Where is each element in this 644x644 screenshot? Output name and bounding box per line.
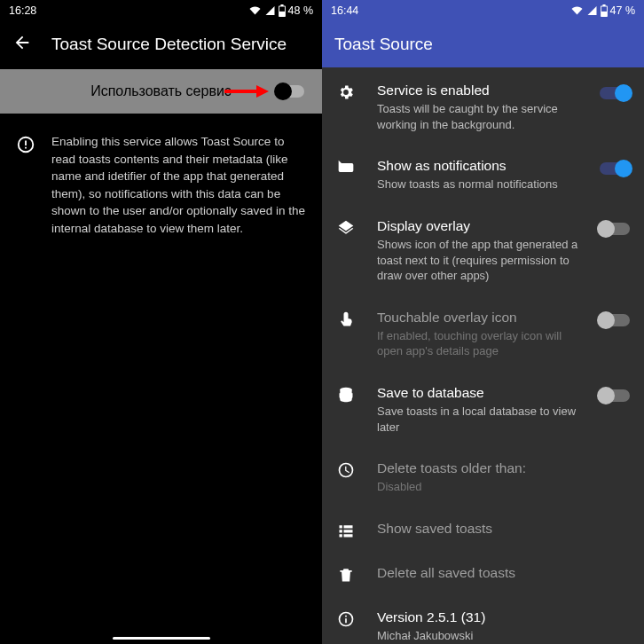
status-battery-text: 48 % — [288, 4, 314, 17]
setting-subtitle: Show toasts as normal notifications — [377, 177, 578, 192]
back-arrow-icon[interactable] — [12, 33, 32, 57]
setting-subtitle: Shows icon of the app that generated a t… — [377, 237, 578, 284]
setting-show-notifications[interactable]: Show as notifications Show toasts as nor… — [322, 145, 644, 205]
list-icon — [336, 520, 356, 539]
wifi-icon — [570, 5, 584, 16]
status-battery-text: 47 % — [610, 4, 636, 17]
wifi-icon — [248, 5, 262, 16]
setting-service-enabled[interactable]: Service is enabled Toasts will be caught… — [322, 69, 644, 145]
app-bar-title: Toast Source — [334, 35, 433, 54]
app-bar-title: Toast Source Detection Service — [51, 35, 287, 54]
app-bar: Toast Source Detection Service — [0, 21, 322, 67]
signal-icon — [264, 5, 276, 16]
setting-title: Version 2.5.1 (31) — [377, 609, 630, 626]
setting-save-database[interactable]: Save to database Save toasts in a local … — [322, 372, 644, 447]
setting-title: Display overlay — [377, 217, 578, 235]
overlay-switch[interactable] — [600, 223, 630, 235]
save-switch[interactable] — [600, 389, 630, 402]
setting-title: Show saved toasts — [377, 520, 630, 538]
setting-title: Save to database — [377, 384, 578, 402]
setting-touchable-overlay[interactable]: Touchable overlay icon If enabled, touch… — [322, 296, 644, 372]
app-bar: Toast Source — [322, 21, 644, 67]
status-right-cluster: 47 % — [570, 4, 636, 17]
notifications-switch[interactable] — [600, 162, 630, 175]
status-bar: 16:28 48 % — [0, 0, 322, 21]
signal-icon — [586, 5, 598, 16]
touchable-switch[interactable] — [600, 314, 630, 326]
layers-icon — [336, 217, 356, 237]
right-phone: 16:44 47 % Toast Source Service is enabl… — [322, 0, 644, 644]
use-service-switch[interactable] — [276, 85, 304, 98]
left-phone: 16:28 48 % Toast Source Detection Servic… — [0, 0, 322, 644]
status-time: 16:28 — [9, 4, 36, 17]
setting-title: Delete toasts older than: — [377, 459, 630, 477]
touch-icon — [336, 309, 356, 328]
svg-marker-2 — [256, 85, 269, 98]
use-service-row[interactable]: Использовать сервис — [0, 69, 322, 114]
svg-rect-0 — [279, 6, 285, 11]
setting-subtitle: Toasts will be caught by the service wor… — [377, 101, 578, 132]
setting-version[interactable]: Version 2.5.1 (31) Michał Jakubowski — [322, 596, 644, 644]
info-row: Enabling this service allows Toast Sourc… — [0, 114, 322, 237]
setting-subtitle: Disabled — [377, 479, 630, 495]
settings-list: Service is enabled Toasts will be caught… — [322, 67, 644, 644]
setting-delete-older[interactable]: Delete toasts older than: Disabled — [322, 447, 644, 507]
status-time: 16:44 — [331, 4, 358, 17]
setting-title: Touchable overlay icon — [377, 309, 578, 326]
status-right-cluster: 48 % — [248, 4, 314, 17]
nav-pill[interactable] — [113, 637, 210, 640]
database-icon — [336, 384, 356, 404]
setting-subtitle: Save toasts in a local database to view … — [377, 404, 578, 435]
setting-delete-all[interactable]: Delete all saved toasts — [322, 552, 644, 596]
delete-icon — [336, 564, 356, 584]
battery-icon — [279, 4, 286, 17]
info-icon — [16, 133, 35, 237]
info-icon — [336, 609, 356, 628]
setting-title: Service is enabled — [377, 82, 578, 99]
svg-rect-3 — [601, 6, 607, 11]
service-switch[interactable] — [600, 87, 630, 99]
setting-title: Show as notifications — [377, 157, 578, 175]
setting-title: Delete all saved toasts — [377, 564, 630, 582]
arrow-annotation-icon — [223, 83, 269, 99]
setting-display-overlay[interactable]: Display overlay Shows icon of the app th… — [322, 205, 644, 296]
status-bar: 16:44 47 % — [322, 0, 644, 21]
announcement-icon — [336, 157, 356, 177]
setting-subtitle: Michał Jakubowski — [377, 628, 630, 644]
setting-show-saved[interactable]: Show saved toasts — [322, 507, 644, 552]
gear-icon — [336, 82, 356, 101]
battery-icon — [601, 4, 608, 17]
info-text: Enabling this service allows Toast Sourc… — [51, 133, 306, 237]
setting-subtitle: If enabled, touching overlay icon will o… — [377, 328, 578, 359]
clock-icon — [336, 459, 356, 479]
